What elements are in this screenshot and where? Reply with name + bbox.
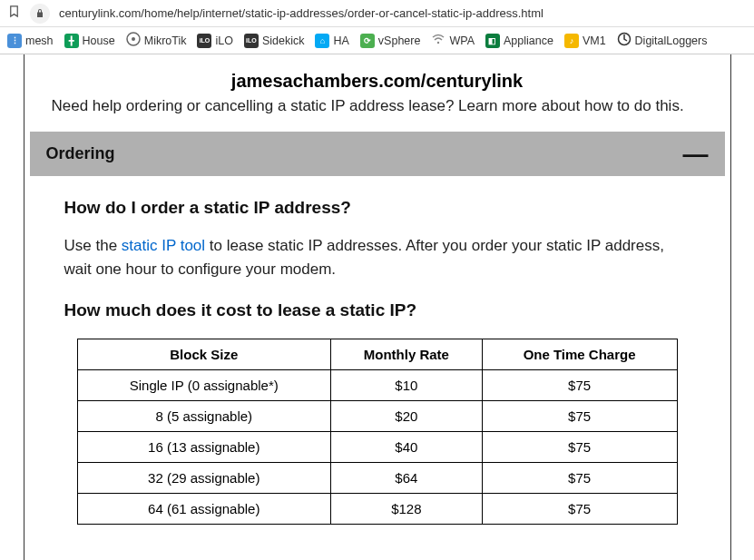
bookmark-mesh[interactable]: ⋮mesh bbox=[7, 34, 54, 48]
cell: 64 (61 assignable) bbox=[77, 494, 331, 525]
question-how-order: How do I order a static IP address? bbox=[64, 198, 690, 218]
bookmark-label: iLO bbox=[215, 34, 232, 47]
col-one-time-charge: One Time Charge bbox=[482, 339, 677, 370]
collapse-icon: — bbox=[683, 148, 709, 161]
lead-text: Need help ordering or cancelling a stati… bbox=[50, 97, 705, 115]
bookmark-appliance[interactable]: ◧Appliance bbox=[485, 34, 553, 48]
bookmark-label: MikroTik bbox=[144, 34, 187, 47]
cell: 32 (29 assignable) bbox=[77, 463, 331, 494]
accordion-title: Ordering bbox=[46, 144, 115, 163]
cell: $128 bbox=[331, 494, 483, 525]
table-row: 64 (61 assignable) $128 $75 bbox=[77, 494, 677, 525]
svg-point-2 bbox=[437, 42, 439, 44]
bookmark-label: Appliance bbox=[504, 34, 553, 47]
static-ip-tool-link[interactable]: static IP tool bbox=[122, 237, 205, 254]
address-bar: centurylink.com/home/help/internet/stati… bbox=[0, 0, 754, 27]
bookmark-mikrotik[interactable]: MikroTik bbox=[126, 32, 187, 49]
cell: $75 bbox=[482, 370, 677, 401]
svg-point-1 bbox=[132, 37, 135, 41]
table-row: 32 (29 assignable) $64 $75 bbox=[77, 463, 677, 494]
table-row: Single IP (0 assignable*) $10 $75 bbox=[77, 370, 677, 401]
cell: $75 bbox=[482, 494, 677, 525]
mikrotik-icon bbox=[126, 32, 141, 49]
accordion-ordering[interactable]: Ordering — bbox=[30, 132, 725, 176]
table-header-row: Block Size Monthly Rate One Time Charge bbox=[77, 339, 677, 370]
url-text[interactable]: centurylink.com/home/help/internet/stati… bbox=[59, 6, 543, 20]
table-row: 8 (5 assignable) $20 $75 bbox=[77, 401, 677, 432]
bookmark-label: VM1 bbox=[583, 34, 606, 47]
bookmark-label: Sidekick bbox=[262, 34, 305, 47]
cell: $20 bbox=[331, 401, 483, 432]
bookmark-label: WPA bbox=[449, 34, 475, 47]
bookmark-label: HA bbox=[333, 34, 348, 47]
question-cost: How much does it cost to lease a static … bbox=[64, 300, 690, 320]
bookmark-icon[interactable] bbox=[7, 5, 21, 22]
cell: $75 bbox=[482, 463, 677, 494]
bookmark-digitalloggers[interactable]: DigitalLoggers bbox=[617, 32, 708, 49]
watermark-text: jamesachambers.com/centurylink bbox=[50, 71, 705, 92]
cell: $75 bbox=[482, 401, 677, 432]
col-monthly-rate: Monthly Rate bbox=[331, 339, 483, 370]
para-prefix: Use the bbox=[64, 237, 122, 254]
bookmark-label: House bbox=[83, 34, 115, 47]
bookmark-label: mesh bbox=[25, 34, 54, 47]
cell: $64 bbox=[331, 463, 483, 494]
bookmark-ilo[interactable]: iLOiLO bbox=[197, 34, 232, 48]
table-row: 16 (13 assignable) $40 $75 bbox=[77, 432, 677, 463]
cell: Single IP (0 assignable*) bbox=[77, 370, 331, 401]
bookmark-label: vSphere bbox=[378, 34, 421, 47]
bookmark-vsphere[interactable]: ⟳vSphere bbox=[360, 34, 421, 48]
digital-icon bbox=[617, 32, 632, 49]
bookmark-vm1[interactable]: ♪VM1 bbox=[564, 34, 606, 48]
bookmark-house[interactable]: ╋House bbox=[64, 34, 115, 48]
bookmark-sidekick[interactable]: iLOSidekick bbox=[244, 34, 305, 48]
pricing-table: Block Size Monthly Rate One Time Charge … bbox=[77, 339, 678, 525]
cell: $10 bbox=[331, 370, 483, 401]
lock-icon[interactable] bbox=[30, 4, 50, 24]
order-paragraph: Use the static IP tool to lease static I… bbox=[64, 234, 690, 280]
bookmarks-bar: ⋮mesh ╋House MikroTik iLOiLO iLOSidekick… bbox=[0, 27, 754, 54]
bookmark-wpa[interactable]: WPA bbox=[431, 32, 475, 49]
col-block-size: Block Size bbox=[77, 339, 331, 370]
cell: $40 bbox=[331, 432, 483, 463]
bookmark-ha[interactable]: ⌂HA bbox=[315, 34, 348, 48]
cell: 16 (13 assignable) bbox=[77, 432, 331, 463]
cell: $75 bbox=[482, 432, 677, 463]
cell: 8 (5 assignable) bbox=[77, 401, 331, 432]
page-content: jamesachambers.com/centurylink Need help… bbox=[24, 54, 731, 560]
bookmark-label: DigitalLoggers bbox=[635, 34, 708, 47]
wifi-icon bbox=[431, 32, 446, 49]
